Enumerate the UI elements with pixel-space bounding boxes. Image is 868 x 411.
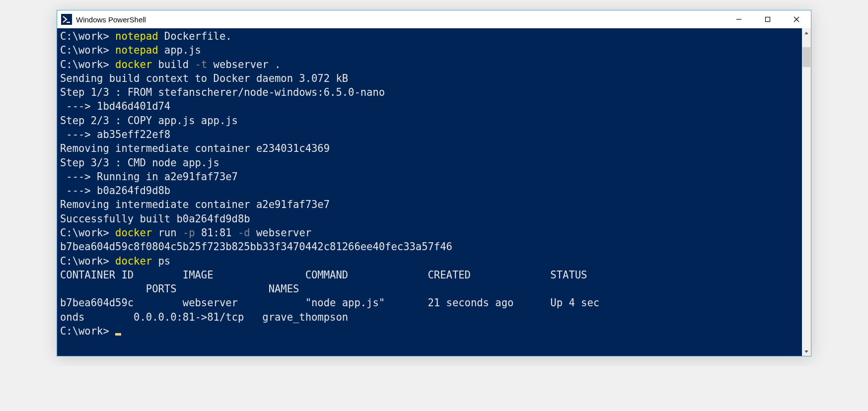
scroll-up-arrow[interactable] [802, 28, 811, 37]
terminal-line: ---> b0a264fd9d8b [60, 184, 799, 198]
terminal-line: b7bea604d59c webserver "node app.js" 21 … [60, 296, 799, 310]
terminal-line: Sending build context to Docker daemon 3… [60, 71, 799, 85]
terminal-line: Step 3/3 : CMD node app.js [60, 156, 799, 170]
terminal-line: ---> 1bd46d401d74 [60, 99, 799, 113]
terminal-line: b7bea604d59c8f0804c5b25f723b825bb33f3470… [60, 240, 799, 254]
terminal-line: Removing intermediate container e234031c… [60, 141, 799, 155]
client-area: C:\work> notepad Dockerfile.C:\work> not… [57, 28, 811, 356]
vertical-scrollbar[interactable] [802, 28, 811, 356]
terminal-line: C:\work> docker build -t webserver . [60, 58, 799, 71]
terminal-line: CONTAINER ID IMAGE COMMAND CREATED STATU… [60, 268, 799, 282]
terminal-line: ---> ab35eff22ef8 [60, 128, 799, 141]
scrollbar-thumb[interactable] [802, 47, 810, 67]
terminal-line: C:\work> [60, 324, 799, 338]
terminal-line: ---> Running in a2e91faf73e7 [60, 170, 799, 184]
close-button[interactable] [782, 10, 811, 28]
terminal-line: Removing intermediate container a2e91faf… [60, 198, 799, 211]
terminal-line: PORTS NAMES [60, 282, 799, 296]
maximize-button[interactable] [753, 10, 782, 28]
powershell-icon [61, 14, 72, 25]
minimize-button[interactable] [724, 10, 753, 28]
scroll-down-arrow[interactable] [802, 347, 811, 356]
terminal-line: C:\work> docker ps [60, 254, 799, 268]
terminal-line: C:\work> notepad app.js [60, 43, 799, 57]
terminal-line: onds 0.0.0.0:81->81/tcp grave_thompson [60, 310, 799, 324]
terminal-line: Step 1/3 : FROM stefanscherer/node-windo… [60, 85, 799, 99]
titlebar[interactable]: Windows PowerShell [57, 10, 811, 28]
terminal-line: Step 2/3 : COPY app.js app.js [60, 114, 799, 128]
window-title: Windows PowerShell [76, 15, 724, 24]
terminal-line: Successfully built b0a264fd9d8b [60, 212, 799, 226]
cursor [115, 333, 121, 336]
scrollbar-track[interactable] [802, 37, 811, 347]
terminal-line: C:\work> notepad Dockerfile. [60, 29, 799, 43]
svg-rect-3 [766, 17, 770, 22]
window-controls [724, 10, 811, 28]
terminal-output[interactable]: C:\work> notepad Dockerfile.C:\work> not… [57, 28, 802, 356]
powershell-window: Windows PowerShell C:\work> notepad Dock… [57, 10, 811, 356]
terminal-line: C:\work> docker run -p 81:81 -d webserve… [60, 226, 799, 240]
